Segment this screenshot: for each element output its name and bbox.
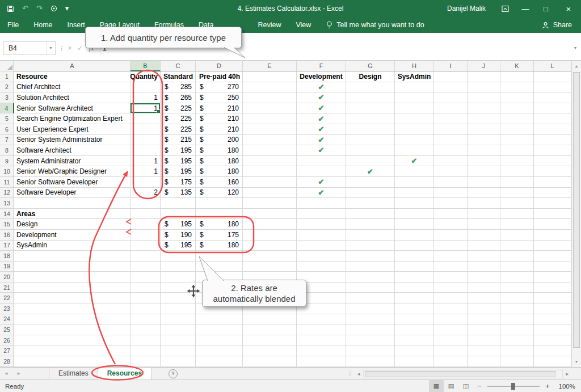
cell-I27[interactable]	[434, 345, 468, 356]
cell-I22[interactable]	[434, 293, 468, 304]
row-header-11[interactable]: 11	[0, 177, 14, 188]
cell-J12[interactable]	[468, 188, 500, 199]
cell-E6[interactable]	[243, 124, 297, 135]
cell-F25[interactable]	[297, 324, 346, 335]
cell-I7[interactable]	[434, 135, 468, 146]
cell-G13[interactable]	[346, 198, 395, 209]
cell-E2[interactable]	[243, 82, 297, 93]
cell-D10[interactable]: $180	[196, 166, 243, 177]
cell-A7[interactable]: Senior System Administrator	[14, 135, 130, 146]
cell-L4[interactable]	[534, 103, 571, 114]
horizontal-scrollbar[interactable]: ◄ ►	[354, 368, 572, 380]
cell-H5[interactable]	[395, 113, 434, 124]
cell-J25[interactable]	[468, 324, 500, 335]
row-header-23[interactable]: 23	[0, 304, 14, 314]
cell-A16[interactable]: Development	[14, 230, 130, 241]
cell-A3[interactable]: Solution Architect	[14, 92, 130, 103]
row-header-4[interactable]: 4	[0, 103, 14, 114]
cell-C12[interactable]: $135	[161, 188, 196, 199]
cell-I20[interactable]	[434, 272, 468, 283]
cell-D14[interactable]	[196, 209, 243, 220]
view-page-layout-icon[interactable]: ▤	[444, 380, 458, 392]
cell-B16[interactable]	[130, 230, 161, 241]
row-header-5[interactable]: 5	[0, 113, 14, 124]
redo-icon[interactable]: ↷	[36, 0, 43, 17]
cell-D6[interactable]: $210	[196, 124, 243, 135]
cell-E17[interactable]	[243, 241, 297, 251]
cell-J15[interactable]	[468, 219, 500, 230]
row-header-24[interactable]: 24	[0, 314, 14, 325]
cell-B26[interactable]	[130, 335, 161, 346]
cell-B25[interactable]	[130, 324, 161, 335]
cell-L8[interactable]	[534, 145, 571, 156]
cell-L27[interactable]	[534, 345, 571, 356]
cell-E28[interactable]	[243, 356, 297, 367]
cell-I26[interactable]	[434, 335, 468, 346]
cell-K13[interactable]	[500, 198, 534, 209]
share-button[interactable]: Share	[542, 17, 572, 33]
row-header-20[interactable]: 20	[0, 272, 14, 283]
cell-L18[interactable]	[534, 251, 571, 262]
cell-J19[interactable]	[468, 262, 500, 272]
cell-G5[interactable]	[346, 113, 395, 124]
cell-A13[interactable]	[14, 198, 130, 209]
cell-D28[interactable]	[196, 356, 243, 367]
cell-I2[interactable]	[434, 82, 468, 93]
row-header-10[interactable]: 10	[0, 166, 14, 177]
cell-K7[interactable]	[500, 135, 534, 146]
cell-G19[interactable]	[346, 262, 395, 272]
formula-cancel-icon[interactable]: ×	[65, 41, 75, 55]
cell-G6[interactable]	[346, 124, 395, 135]
cell-G12[interactable]	[346, 188, 395, 199]
save-icon[interactable]	[7, 5, 14, 12]
cell-H9[interactable]: ✔	[395, 156, 434, 167]
cell-G2[interactable]	[346, 82, 395, 93]
cell-C5[interactable]: $225	[161, 113, 196, 124]
cell-A4[interactable]: Senior Software Architect	[14, 103, 130, 114]
cell-H3[interactable]	[395, 92, 434, 103]
cell-K17[interactable]	[500, 241, 534, 251]
cell-E4[interactable]	[243, 103, 297, 114]
cell-B10[interactable]: 1	[130, 166, 161, 177]
cell-J5[interactable]	[468, 113, 500, 124]
row-header-7[interactable]: 7	[0, 135, 14, 146]
cell-J17[interactable]	[468, 241, 500, 251]
cell-I12[interactable]	[434, 188, 468, 199]
cell-G9[interactable]	[346, 156, 395, 167]
cell-E16[interactable]	[243, 230, 297, 241]
cell-K16[interactable]	[500, 230, 534, 241]
cell-J16[interactable]	[468, 230, 500, 241]
cell-J4[interactable]	[468, 103, 500, 114]
row-header-8[interactable]: 8	[0, 145, 14, 156]
cell-G26[interactable]	[346, 335, 395, 346]
cell-L3[interactable]	[534, 92, 571, 103]
column-header-K[interactable]: K	[500, 61, 534, 71]
cell-L23[interactable]	[534, 304, 571, 314]
horizontal-scrollbar-thumb[interactable]	[365, 371, 555, 377]
cell-C14[interactable]	[161, 209, 196, 220]
cell-C3[interactable]: $265	[161, 92, 196, 103]
row-header-25[interactable]: 25	[0, 324, 14, 335]
cell-B5[interactable]	[130, 113, 161, 124]
cell-L13[interactable]	[534, 198, 571, 209]
tab-review[interactable]: Review	[250, 17, 288, 33]
cell-J2[interactable]	[468, 82, 500, 93]
cell-D8[interactable]: $180	[196, 145, 243, 156]
cell-A22[interactable]	[14, 293, 130, 304]
cell-D2[interactable]: $270	[196, 82, 243, 93]
cell-H24[interactable]	[395, 314, 434, 325]
scroll-up-icon[interactable]: ▲	[572, 61, 581, 71]
zoom-level[interactable]: 100%	[554, 383, 581, 390]
cell-D17[interactable]: $180	[196, 241, 243, 251]
cell-E10[interactable]	[243, 166, 297, 177]
cell-H28[interactable]	[395, 356, 434, 367]
cell-G24[interactable]	[346, 314, 395, 325]
cell-I28[interactable]	[434, 356, 468, 367]
cell-C26[interactable]	[161, 335, 196, 346]
cell-K27[interactable]	[500, 345, 534, 356]
cell-G15[interactable]	[346, 219, 395, 230]
sheet-nav-right-icon[interactable]: ►	[12, 368, 25, 380]
cell-I25[interactable]	[434, 324, 468, 335]
cell-K25[interactable]	[500, 324, 534, 335]
cell-L12[interactable]	[534, 188, 571, 199]
